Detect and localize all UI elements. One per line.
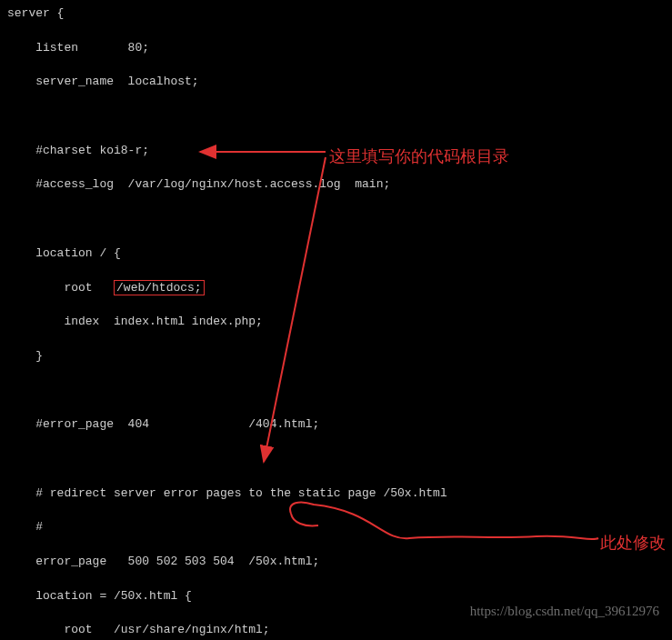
code-line	[7, 211, 665, 228]
root-path-highlight-1: /web/htdocs;	[114, 280, 205, 296]
code-line: root /usr/share/nginx/html;	[7, 622, 665, 639]
code-line: #	[7, 519, 665, 536]
code-line: location / {	[7, 245, 665, 263]
code-line: listen 80;	[7, 40, 665, 57]
annotation-root-dir: 这里填写你的代码根目录	[329, 145, 509, 168]
code-line: root /web/htdocs;	[7, 280, 665, 297]
nginx-config-code: server { listen 80; server_name localhos…	[7, 5, 665, 640]
annotation-modify-here: 此处修改	[600, 531, 666, 555]
code-line: server_name localhost;	[7, 74, 665, 91]
code-line: #error_page 404 /404.html;	[7, 416, 665, 434]
code-line: server {	[7, 5, 665, 23]
code-line: error_page 500 502 503 504 /50x.html;	[7, 554, 665, 571]
code-line: #access_log /var/log/nginx/host.access.l…	[7, 176, 665, 194]
watermark-text: https://blog.csdn.net/qq_39612976	[470, 602, 659, 622]
code-line: index index.html index.php;	[7, 314, 665, 331]
code-line	[7, 451, 665, 468]
code-line: # redirect server error pages to the sta…	[7, 485, 665, 503]
code-line	[7, 108, 665, 125]
code-line: }	[7, 348, 665, 365]
code-text: root	[7, 281, 114, 295]
code-line	[7, 383, 665, 400]
